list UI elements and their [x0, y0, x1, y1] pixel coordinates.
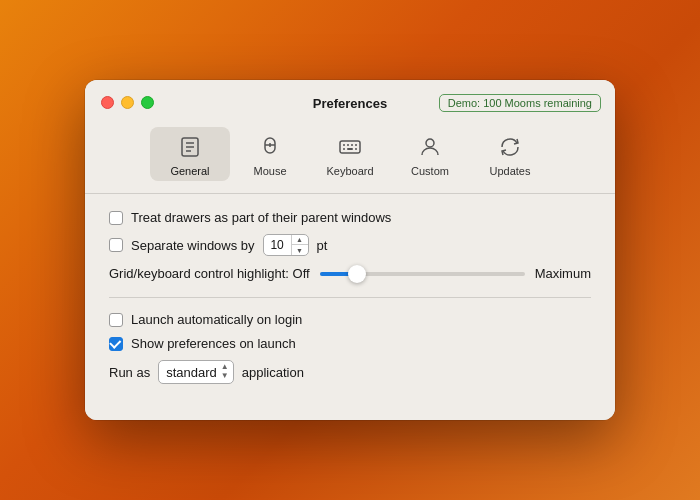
section-launch: Launch automatically on login Show prefe… [109, 312, 591, 384]
window-title: Preferences [313, 96, 387, 111]
separate-prefix: Separate windows by [131, 238, 255, 253]
tab-custom-label: Custom [411, 165, 449, 177]
autologin-checkbox[interactable] [109, 313, 123, 327]
showprefs-checkbox[interactable] [109, 337, 123, 351]
stepper-value: 10 [264, 234, 292, 256]
tab-keyboard-label: Keyboard [326, 165, 373, 177]
drawers-checkbox[interactable] [109, 211, 123, 225]
autologin-label: Launch automatically on login [131, 312, 302, 327]
showprefs-row: Show preferences on launch [109, 336, 591, 351]
maximize-button[interactable] [141, 96, 154, 109]
close-button[interactable] [101, 96, 114, 109]
showprefs-label: Show preferences on launch [131, 336, 296, 351]
runas-suffix: application [242, 365, 304, 380]
demo-badge: Demo: 100 Mooms remaining [439, 94, 601, 112]
section-drawers: Treat drawers as part of their parent wi… [109, 210, 591, 281]
tab-updates[interactable]: Updates [470, 127, 550, 181]
stepper-input[interactable]: 10 ▲ ▼ [263, 234, 309, 256]
tab-custom[interactable]: Custom [390, 127, 470, 181]
stepper-down[interactable]: ▼ [292, 245, 308, 256]
toolbar: General Mouse [150, 121, 550, 193]
separate-suffix: pt [317, 238, 328, 253]
stepper-arrows: ▲ ▼ [292, 234, 308, 256]
runas-row: Run as standard ▲ ▼ application [109, 360, 591, 384]
svg-point-15 [426, 139, 434, 147]
autologin-row: Launch automatically on login [109, 312, 591, 327]
slider-thumb[interactable] [348, 265, 366, 283]
slider-track[interactable] [320, 272, 525, 276]
tab-keyboard[interactable]: Keyboard [310, 127, 390, 181]
general-icon [176, 133, 204, 161]
mouse-icon [256, 133, 284, 161]
slider-row: Grid/keyboard control highlight: Off Max… [109, 266, 591, 281]
custom-icon [416, 133, 444, 161]
keyboard-icon [336, 133, 364, 161]
titlebar: Preferences Demo: 100 Mooms remaining Ge… [85, 80, 615, 193]
stepper-up[interactable]: ▲ [292, 234, 308, 245]
separate-windows-row: Separate windows by 10 ▲ ▼ pt [109, 234, 591, 256]
section-divider [109, 297, 591, 298]
tab-mouse-label: Mouse [253, 165, 286, 177]
tab-updates-label: Updates [490, 165, 531, 177]
slider-max-label: Maximum [535, 266, 591, 281]
content-area: Treat drawers as part of their parent wi… [85, 194, 615, 420]
separate-checkbox[interactable] [109, 238, 123, 252]
drawers-label: Treat drawers as part of their parent wi… [131, 210, 391, 225]
updates-icon [496, 133, 524, 161]
minimize-button[interactable] [121, 96, 134, 109]
tab-general[interactable]: General [150, 127, 230, 181]
runas-value: standard [166, 365, 217, 380]
drawers-row: Treat drawers as part of their parent wi… [109, 210, 591, 225]
runas-prefix: Run as [109, 365, 150, 380]
tab-mouse[interactable]: Mouse [230, 127, 310, 181]
svg-rect-7 [340, 141, 360, 153]
slider-label: Grid/keyboard control highlight: Off [109, 266, 310, 281]
tab-general-label: General [170, 165, 209, 177]
runas-select[interactable]: standard ▲ ▼ [158, 360, 234, 384]
preferences-window: Preferences Demo: 100 Mooms remaining Ge… [85, 80, 615, 420]
traffic-lights [101, 96, 154, 109]
select-chevrons: ▲ ▼ [221, 363, 229, 381]
